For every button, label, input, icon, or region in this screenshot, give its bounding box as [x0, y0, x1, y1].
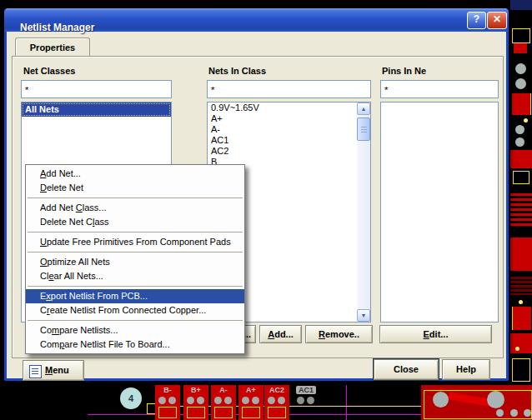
context-menu: Add Net... Delete Net Add Net Class... D… [25, 164, 245, 354]
scrollbar-thumb[interactable] [357, 118, 370, 141]
pcb-via [524, 118, 528, 122]
pcb-via [515, 347, 519, 351]
menu-item-delete-net[interactable]: Delete Net [26, 181, 244, 195]
pcb-layer-marker: 4 [120, 388, 142, 409]
pcb-pad [252, 397, 259, 404]
list-item[interactable]: A+ [208, 113, 370, 124]
list-item[interactable]: AC2 [208, 146, 370, 157]
pcb-decoration [510, 193, 532, 227]
pcb-pad [242, 397, 249, 404]
list-item[interactable]: A- [208, 124, 370, 135]
list-item[interactable]: AC1 [208, 135, 370, 146]
menu-separator [28, 252, 243, 252]
pcb-decoration [510, 150, 532, 168]
pcb-decoration [268, 407, 286, 418]
menu-item-compare-netlist-file-to-board[interactable]: Compare Netlist File To Board... [26, 338, 244, 352]
list-item[interactable]: 0.9V~1.65V [208, 102, 370, 113]
pcb-pad [515, 63, 526, 74]
remove-button[interactable]: Remove.. [305, 325, 373, 343]
menu-icon [29, 365, 42, 378]
pcb-pad [187, 397, 194, 404]
pcb-decoration [510, 0, 532, 10]
nets-in-class-header: Nets In Class [208, 66, 266, 76]
list-item-all-nets[interactable]: All Nets [22, 102, 171, 117]
pcb-decoration [512, 307, 531, 330]
pins-in-net-header: Pins In Ne [382, 66, 426, 76]
title-bar[interactable]: Netlist Manager [4, 8, 509, 32]
close-button[interactable]: Close [374, 359, 439, 380]
tab-properties[interactable]: Properties [15, 38, 90, 58]
pcb-via [519, 300, 523, 304]
pins-in-net-list[interactable] [380, 102, 499, 322]
pcb-canvas-right[interactable] [510, 0, 532, 385]
pcb-pad [515, 125, 524, 134]
pcb-decoration [242, 407, 260, 418]
pcb-pad-block: AC1 [294, 385, 319, 420]
help-icon[interactable]: ? [467, 12, 486, 29]
pcb-pad [297, 397, 304, 404]
menu-separator [28, 320, 243, 321]
pcb-decoration [512, 358, 530, 382]
pcb-pad-block: B+ [183, 385, 208, 420]
menu-item-create-netlist-from-connected-copper[interactable]: Create Netlist From Connected Copper... [26, 303, 244, 318]
pcb-pad-block: A+ [238, 385, 263, 420]
menu-separator [28, 232, 243, 232]
net-classes-header: Net Classes [23, 66, 75, 76]
pcb-decoration [510, 238, 532, 271]
menu-separator [28, 198, 243, 198]
thumb-grip [361, 127, 367, 132]
pcb-pad [214, 397, 222, 404]
pad-label: AC2 [264, 386, 289, 394]
menu-item-export-netlist-from-pcb[interactable]: Export Netlist From PCB... [26, 289, 244, 303]
pcb-decoration [214, 407, 233, 418]
pcb-pad [168, 397, 176, 404]
menu-button[interactable]: Menu [23, 360, 84, 381]
pad-label: AC1 [296, 386, 316, 394]
pcb-pad-block: A- [211, 385, 236, 420]
scrollbar[interactable]: ▲ ▼ [357, 102, 370, 322]
scroll-down-icon[interactable]: ▼ [357, 309, 370, 322]
window-title: Netlist Manager [20, 22, 94, 33]
pcb-pad [487, 391, 504, 408]
pcb-decoration [510, 333, 532, 353]
pcb-pad [224, 397, 232, 404]
pcb-pad [307, 397, 314, 404]
scroll-up-icon[interactable]: ▲ [357, 102, 370, 115]
pcb-pad [510, 409, 518, 417]
pad-label: A+ [238, 386, 263, 394]
pcb-pad [433, 392, 449, 408]
pcb-pad [278, 397, 285, 404]
menu-item-delete-net-class[interactable]: Delete Net Class [26, 215, 244, 229]
pcb-decoration [512, 93, 531, 115]
pcb-pad [496, 409, 504, 417]
net-classes-filter-input[interactable] [21, 80, 172, 98]
pcb-decoration [187, 407, 205, 418]
pcb-decoration [514, 43, 527, 53]
pins-in-net-filter-input[interactable] [380, 80, 499, 98]
edit-button[interactable]: Edit... [379, 325, 492, 343]
menu-item-add-net-class[interactable]: Add Net Class... [26, 201, 244, 215]
menu-item-update-free-primitives[interactable]: Update Free Primitives From Component Pa… [26, 235, 244, 249]
add-button[interactable]: Add... [259, 325, 302, 343]
pad-label: A- [211, 386, 236, 394]
menu-item-compare-netlists[interactable]: Compare Netlists... [26, 323, 244, 338]
menu-item-add-net[interactable]: Add Net... [26, 167, 244, 181]
menu-item-clear-all-nets[interactable]: Clear All Nets... [26, 269, 244, 283]
pcb-decoration [158, 407, 177, 418]
pcb-pad [524, 409, 531, 417]
pcb-pad [515, 138, 524, 147]
pcb-decoration [512, 28, 530, 43]
pcb-pad-block: B- [155, 385, 180, 420]
pcb-decoration [513, 171, 529, 184]
pcb-guide-line [346, 385, 347, 420]
menu-item-optimize-all-nets[interactable]: Optimize All Nets [26, 255, 244, 269]
nets-in-class-filter-input[interactable] [207, 80, 371, 98]
pad-label: B+ [183, 386, 208, 394]
close-icon[interactable]: ✕ [487, 12, 507, 29]
screen: 4 B- B+ A- A+ AC2 AC1 [0, 0, 532, 420]
pcb-decoration [510, 277, 532, 295]
pcb-pad [268, 397, 275, 404]
pcb-pad [158, 397, 166, 404]
help-button[interactable]: Help [442, 359, 490, 380]
pcb-canvas-bottom[interactable]: 4 B- B+ A- A+ AC2 AC1 [0, 385, 532, 420]
